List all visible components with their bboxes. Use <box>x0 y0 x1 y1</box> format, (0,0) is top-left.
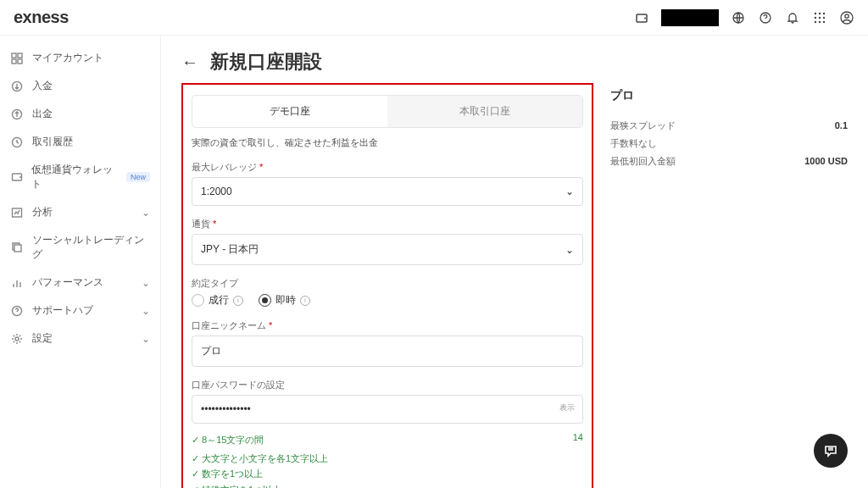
chevron-down-icon: ⌄ <box>142 207 150 219</box>
currency-select[interactable]: JPY - 日本円⌄ <box>192 234 583 265</box>
plan-row: 手数料なし <box>610 135 848 152</box>
sidebar-item-label: 取引履歴 <box>32 135 73 149</box>
sidebar-item-myaccount[interactable]: マイアカウント <box>0 44 160 72</box>
sidebar-item-settings[interactable]: 設定⌄ <box>0 324 160 352</box>
chevron-down-icon: ⌄ <box>142 333 150 345</box>
leverage-label: 最大レバレッジ * <box>192 161 583 174</box>
main-content: ← 新規口座開設 デモ口座 本取引口座 実際の資金で取引し、確定させた利益を出金… <box>161 36 868 488</box>
chevron-down-icon: ⌄ <box>142 305 150 317</box>
nickname-label: 口座ニックネーム * <box>192 319 583 332</box>
radio-instant[interactable]: 即時i <box>259 293 310 308</box>
sidebar-item-label: 入金 <box>32 79 53 93</box>
password-rules: 8～15文字の間14 大文字と小文字を各1文字以上 数字を1つ以上 特殊文字を1… <box>192 432 583 488</box>
execution-label: 約定タイプ <box>192 277 583 290</box>
chevron-down-icon: ⌄ <box>565 244 574 256</box>
new-badge: New <box>126 172 150 182</box>
plan-title: プロ <box>610 88 848 103</box>
plan-row: 最低初回入金額1000 USD <box>610 152 848 170</box>
sidebar-item-social[interactable]: ソーシャルトレーディング <box>0 226 160 269</box>
chevron-down-icon: ⌄ <box>565 186 574 197</box>
form-highlight-box: デモ口座 本取引口座 実際の資金で取引し、確定させた利益を出金 最大レバレッジ … <box>181 83 593 488</box>
tab-demo[interactable]: デモ口座 <box>192 96 387 127</box>
leverage-select[interactable]: 1:2000⌄ <box>192 177 583 206</box>
plan-panel: プロ 最狭スプレッド0.1 手数料なし 最低初回入金額1000 USD <box>610 49 848 488</box>
sidebar-item-deposit[interactable]: 入金 <box>0 72 160 100</box>
wallet-side-icon <box>10 170 23 184</box>
svg-rect-14 <box>12 53 16 58</box>
svg-point-3 <box>815 12 816 14</box>
arrow-up-circle-icon <box>10 108 24 121</box>
chart-icon <box>10 206 24 219</box>
sidebar-item-analytics[interactable]: 分析⌄ <box>0 198 160 226</box>
sidebar: マイアカウント 入金 出金 取引履歴 仮想通貨ウォレットNew 分析⌄ ソーシャ… <box>0 36 161 488</box>
password-input[interactable]: •••••••••••••• <box>192 395 583 424</box>
svg-point-10 <box>819 20 821 22</box>
tab-description: 実際の資金で取引し、確定させた利益を出金 <box>192 136 583 149</box>
password-label: 口座パスワードの設定 <box>192 379 583 391</box>
account-label-redacted <box>661 9 719 26</box>
svg-point-5 <box>823 12 825 14</box>
logo[interactable]: exness <box>14 8 69 27</box>
account-type-tabs: デモ口座 本取引口座 <box>192 95 583 128</box>
sidebar-item-label: 設定 <box>32 331 53 346</box>
svg-point-9 <box>815 20 816 22</box>
wallet-icon[interactable] <box>634 10 649 25</box>
profile-icon[interactable] <box>839 10 854 25</box>
grid-icon <box>10 52 24 65</box>
arrow-down-circle-icon <box>10 80 24 93</box>
svg-point-8 <box>823 16 825 18</box>
info-icon[interactable]: i <box>300 296 310 306</box>
execution-radios: 成行i 即時i <box>192 293 583 308</box>
currency-label: 通貨 * <box>192 218 583 230</box>
bell-icon[interactable] <box>785 10 800 25</box>
sidebar-item-label: 出金 <box>32 107 53 121</box>
chat-fab[interactable] <box>814 434 848 468</box>
sidebar-item-performance[interactable]: パフォーマンス⌄ <box>0 269 160 297</box>
sidebar-item-label: サポートハブ <box>32 303 93 318</box>
radio-market[interactable]: 成行i <box>192 293 243 308</box>
page-title: 新規口座開設 <box>210 49 322 75</box>
page-header: ← 新規口座開設 <box>181 49 593 75</box>
tab-real[interactable]: 本取引口座 <box>387 96 582 127</box>
info-icon[interactable]: i <box>233 296 243 306</box>
sidebar-item-label: ソーシャルトレーディング <box>32 233 151 262</box>
rule-item: 特殊文字を1つ以上 <box>192 482 583 488</box>
rule-item: 大文字と小文字を各1文字以上 <box>192 451 583 467</box>
sidebar-item-label: パフォーマンス <box>32 275 103 290</box>
svg-rect-16 <box>12 59 16 64</box>
globe-icon[interactable] <box>731 10 746 25</box>
apps-icon[interactable] <box>812 10 827 25</box>
sidebar-item-label: 仮想通貨ウォレット <box>31 163 118 191</box>
sidebar-item-withdraw[interactable]: 出金 <box>0 100 160 128</box>
svg-rect-15 <box>18 53 22 58</box>
help-icon[interactable] <box>758 10 773 25</box>
top-icons <box>634 9 854 26</box>
sidebar-item-history[interactable]: 取引履歴 <box>0 128 160 156</box>
nickname-input[interactable]: プロ <box>192 336 583 367</box>
svg-point-6 <box>815 16 816 18</box>
sidebar-item-cryptowallet[interactable]: 仮想通貨ウォレットNew <box>0 156 160 198</box>
password-char-count: 14 <box>573 432 583 448</box>
svg-point-25 <box>15 337 19 341</box>
svg-point-7 <box>819 16 821 18</box>
svg-point-13 <box>845 14 849 17</box>
history-icon <box>10 136 24 149</box>
chevron-down-icon: ⌄ <box>142 277 150 289</box>
gear-icon <box>10 332 24 346</box>
sidebar-item-label: マイアカウント <box>32 51 103 65</box>
bars-icon <box>10 276 24 290</box>
svg-rect-23 <box>14 245 21 252</box>
sidebar-item-support[interactable]: サポートハブ⌄ <box>0 297 160 324</box>
rule-item: 数字を1つ以上 <box>192 466 583 482</box>
svg-point-4 <box>819 12 821 14</box>
plan-row: 最狭スプレッド0.1 <box>610 117 848 135</box>
rule-item: 8～15文字の間 <box>192 432 264 448</box>
svg-rect-17 <box>18 59 22 64</box>
back-arrow-icon[interactable]: ← <box>181 53 198 72</box>
copy-icon <box>10 241 24 254</box>
topbar: exness <box>0 0 868 36</box>
question-icon <box>10 304 24 318</box>
password-toggle[interactable]: 表示 <box>559 402 575 413</box>
svg-point-11 <box>823 20 825 22</box>
sidebar-item-label: 分析 <box>32 205 53 219</box>
